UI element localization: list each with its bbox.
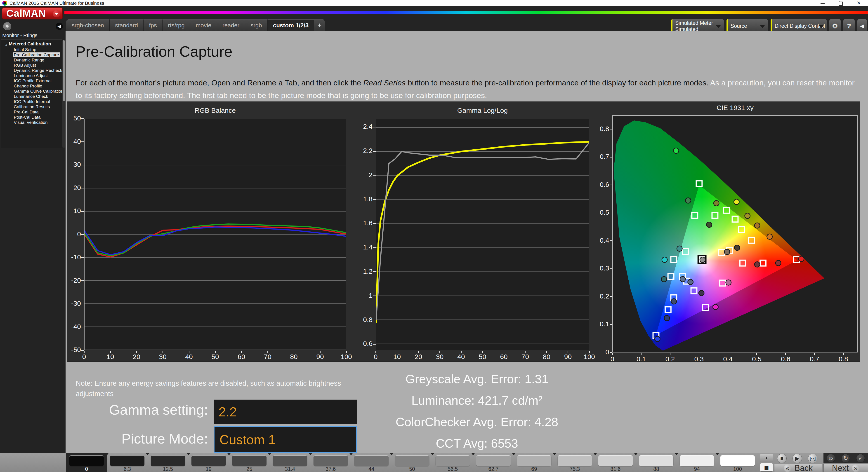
- swatch-color-tile: [232, 455, 267, 466]
- y-tick-label: -30: [61, 300, 81, 307]
- sidebar-item-icc-profile-internal[interactable]: ICC Profile Internal: [13, 99, 62, 104]
- pattern-swatch-50[interactable]: 50: [392, 453, 432, 472]
- picture-mode-input[interactable]: Custom 1: [214, 426, 357, 453]
- next-button[interactable]: Next »: [824, 464, 868, 472]
- tab-standard[interactable]: standard: [110, 20, 144, 31]
- pattern-swatch-37.6[interactable]: 37.6: [310, 453, 351, 472]
- sidebar-item-gamma-curve-calibration[interactable]: Gamma Curve Calibration: [13, 89, 62, 94]
- cie-target-marker: [712, 212, 718, 218]
- pattern-swatch-44[interactable]: 44: [351, 453, 392, 472]
- sidebar-item-icc-profile-external[interactable]: ICC Profile External: [13, 78, 62, 83]
- gamma-setting-input[interactable]: 2.2: [214, 399, 357, 424]
- workflow-tree: ◢ Metered Calibration Initial SetupPre-C…: [1, 39, 62, 148]
- swatch-value-label: 81.6: [595, 466, 636, 472]
- x-tick-label: 70: [514, 353, 537, 360]
- pattern-swatch-100[interactable]: 100: [717, 453, 758, 472]
- back-button[interactable]: « Back: [774, 464, 822, 472]
- sidebar-item-rgb-adjust[interactable]: RGB Adjust: [13, 63, 62, 68]
- sidebar-item-label: Initial Setup: [13, 47, 37, 52]
- workflow-title: Monitor - Rtings: [2, 33, 37, 38]
- x-tick-mark: [189, 351, 189, 353]
- minimize-button[interactable]: [816, 0, 829, 6]
- pattern-swatch-25[interactable]: 25: [229, 453, 270, 472]
- tab-srgb[interactable]: srgb: [245, 20, 268, 31]
- tab-custom-1-2-3[interactable]: custom 1/2/3: [268, 20, 314, 31]
- calman-menu-button[interactable]: CalMAN: [2, 7, 63, 20]
- sidebar-item-visual-verification[interactable]: Visual Verification: [13, 120, 62, 125]
- confirm-read-button[interactable]: ✓: [856, 454, 865, 463]
- sidebar-item-post-cal-data[interactable]: Post-Cal Data: [13, 115, 62, 120]
- pattern-swatch-31.4[interactable]: 31.4: [270, 453, 310, 472]
- x-tick-mark: [110, 351, 111, 353]
- pattern-swatch-94[interactable]: 94: [677, 453, 717, 472]
- sidebar-item-initial-setup[interactable]: Initial Setup: [13, 47, 62, 52]
- tab-reader[interactable]: reader: [217, 20, 245, 31]
- pattern-swatch-62.7[interactable]: 62.7: [473, 453, 514, 472]
- sidebar-item-luminance-adjust[interactable]: Luminance Adjust: [13, 73, 62, 78]
- play-button[interactable]: ▶: [793, 454, 802, 463]
- tab-rts-rpg[interactable]: rts/rpg: [162, 20, 190, 31]
- tree-group-metered-calibration[interactable]: ◢ Metered Calibration: [9, 41, 62, 46]
- tab-movie[interactable]: movie: [190, 20, 217, 31]
- charts-panel: RGB Balance50403020100-10-20-30-40-50010…: [67, 101, 860, 362]
- sidebar-collapse-button[interactable]: ◀: [56, 23, 63, 30]
- swatch-color-tile: [517, 455, 551, 466]
- pattern-swatch-56.5[interactable]: 56.5: [432, 453, 473, 472]
- pattern-swatch-75.3[interactable]: 75.3: [555, 453, 595, 472]
- sidebar-item-label: ICC Profile Internal: [13, 99, 51, 104]
- x-tick-mark: [843, 353, 844, 355]
- y-tick-mark: [81, 165, 84, 165]
- swatch-value-label: 44: [351, 466, 392, 472]
- display-control-dropdown-label: Direct Display Control: [775, 23, 825, 29]
- x-tick-mark: [375, 351, 376, 353]
- sidebar-item-change-profile[interactable]: Change Profile: [13, 83, 62, 89]
- swatch-color-tile: [598, 455, 633, 466]
- close-button[interactable]: ×: [852, 0, 865, 6]
- tab-fps[interactable]: fps: [144, 20, 162, 31]
- pattern-up-button[interactable]: ▲: [760, 454, 773, 462]
- y-tick-label: 1.6: [352, 219, 373, 227]
- sidebar-item-pre-cal-data[interactable]: Pre-Cal Data: [13, 109, 62, 115]
- stop-button[interactable]: ■: [777, 454, 786, 463]
- gear-icon: ⚙: [832, 22, 838, 30]
- cie-measurement-marker: [677, 246, 682, 251]
- series-target-gamma-2-2: [376, 142, 589, 322]
- play-icon: ▶: [795, 455, 799, 462]
- cie-measurement-marker: [714, 201, 719, 206]
- continuous-read-button[interactable]: ∞: [827, 454, 835, 463]
- pattern-series-icon: [··]: [810, 456, 816, 461]
- pattern-swatch-81.6[interactable]: 81.6: [595, 453, 636, 472]
- sidebar-item-dynamic-range-recheck[interactable]: Dynamic Range Recheck: [13, 68, 62, 73]
- pattern-series-button[interactable]: [··]: [808, 454, 817, 463]
- chevron-left-icon: ◀: [860, 23, 864, 29]
- scrollbar-thumb[interactable]: [63, 40, 65, 101]
- x-tick-label: 70: [256, 353, 279, 360]
- y-tick-mark: [373, 151, 376, 152]
- sidebar-item-pre-calibration-capture[interactable]: Pre-Calibration Capture: [13, 52, 62, 57]
- tab-srgb-chosen[interactable]: srgb-chosen: [66, 20, 110, 31]
- y-tick-mark: [373, 127, 376, 127]
- cie-measurement-marker: [706, 222, 712, 227]
- pattern-window-button[interactable]: ◼: [760, 463, 773, 472]
- pattern-swatch-88[interactable]: 88: [636, 453, 677, 472]
- pattern-swatch-69[interactable]: 69: [514, 453, 555, 472]
- y-tick-label: 1.8: [352, 195, 373, 203]
- sidebar-item-dynamic-range[interactable]: Dynamic Range: [13, 57, 62, 63]
- restore-button[interactable]: [835, 0, 847, 6]
- gamma-chart-plot: [376, 119, 589, 350]
- refresh-read-button[interactable]: ↻: [841, 454, 850, 463]
- pattern-swatch-6.3[interactable]: 6.3: [107, 453, 148, 472]
- pattern-swatch-19[interactable]: 19: [188, 453, 229, 472]
- pattern-swatch-12.5[interactable]: 12.5: [148, 453, 188, 472]
- y-tick-label: 1.2: [352, 268, 373, 275]
- add-tab-button[interactable]: +: [314, 20, 325, 31]
- cie-target-marker: [739, 227, 744, 233]
- sidebar-item-calibration-results[interactable]: Calibration Results: [13, 104, 62, 109]
- y-tick-label: 0.7: [589, 153, 609, 160]
- x-tick-mark: [320, 351, 320, 353]
- sidebar-item-luminance-check[interactable]: Luminance Check: [13, 94, 62, 99]
- pattern-swatch-0[interactable]: 0: [66, 453, 107, 472]
- y-tick-mark: [81, 327, 84, 327]
- y-tick-label: -50: [61, 346, 81, 354]
- sidebar-scrollbar[interactable]: [62, 40, 65, 148]
